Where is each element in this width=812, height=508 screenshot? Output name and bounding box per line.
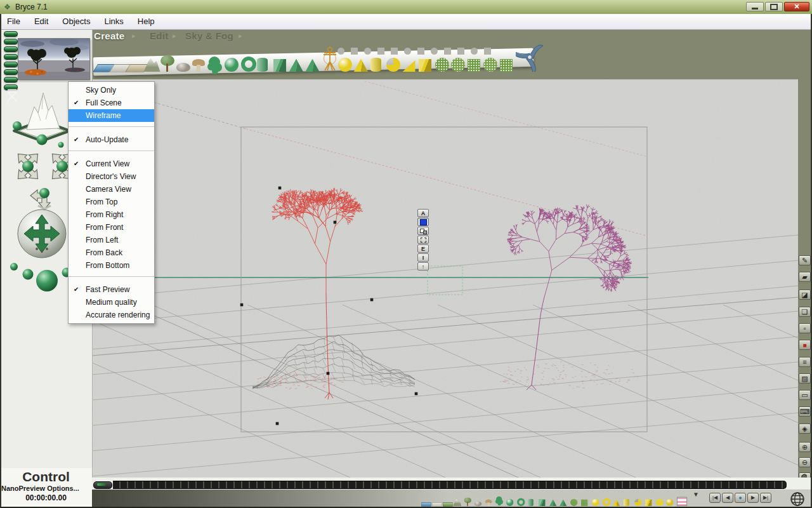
create-flat-square2d-1-icon[interactable] [351,48,358,55]
menu-item-from-top[interactable]: From Top [69,196,154,208]
create-mushroom-icon[interactable] [192,59,205,72]
bar-cube-icon[interactable] [539,500,545,506]
preview-pill[interactable] [4,77,18,83]
render-options-icon[interactable]: ≡ [799,357,811,367]
flip-canvas-icon[interactable]: ◪ [799,290,811,300]
jump-to-start-button[interactable]: |◀ [709,493,721,503]
create-cylinder-icon[interactable] [257,58,268,72]
menu-item-from-right[interactable]: From Right [69,208,154,221]
tab-edit-arrow-icon[interactable]: ▸ [173,32,176,40]
nanopreview-options-label[interactable]: NanoPreview Options... [0,485,92,492]
close-button[interactable]: ✕ [784,2,809,11]
preview-pill[interactable] [4,31,18,37]
create-vitruvian-man-icon[interactable] [322,46,338,72]
create-rock-icon[interactable] [176,63,190,72]
bar-torus-yellow-icon[interactable] [603,498,610,506]
play-button[interactable]: ▶ [747,493,759,503]
create-flat-square2d-4-icon[interactable] [391,48,398,55]
material-button[interactable] [417,218,429,226]
create-torus-icon[interactable] [241,57,256,72]
tab-sky-fog-arrow-icon[interactable]: ▸ [239,32,242,40]
globe-icon[interactable] [790,491,805,507]
bar-cube-yellow-icon[interactable] [645,500,652,506]
create-flat-square2d-8-icon[interactable] [444,48,451,55]
menu-objects[interactable]: Objects [55,14,97,26]
create-flat-square2d-6-icon[interactable] [417,48,424,55]
origin-button[interactable] [417,236,429,244]
menu-item-directors-view[interactable]: Director's View [69,170,154,183]
menu-item-fast-preview[interactable]: ✔Fast Preview [69,283,154,296]
maximize-button[interactable] [765,2,783,11]
menu-item-full-scene[interactable]: ✔Full Scene [69,97,154,109]
jump-to-end-button[interactable]: ▶| [760,493,771,503]
bar-cloud-plane-icon[interactable] [432,502,442,507]
bar-cylinder-icon[interactable] [528,499,534,506]
bar-cone-icon[interactable] [560,500,566,506]
bar-terrain-icon[interactable] [453,499,462,506]
record-button[interactable]: ● [735,493,746,503]
bar-sphere-icon[interactable] [506,499,513,506]
terrain-trackball-control[interactable] [10,88,74,149]
menu-item-wireframe[interactable]: Wireframe [69,109,154,122]
menu-help[interactable]: Help [131,14,162,26]
bar-metaballs-icon[interactable] [496,497,502,502]
create-flat-circle2d-10-icon[interactable] [471,48,478,55]
tab-create[interactable]: Create [94,30,125,41]
create-lattice-dome-icon[interactable] [451,58,465,72]
object-bar-dropdown-icon[interactable]: ▼ [693,491,699,498]
create-metaballs-icon[interactable] [209,57,220,68]
menu-item-from-front[interactable]: From Front [69,221,154,234]
preview-pill[interactable] [4,69,18,75]
bar-rock-icon[interactable] [475,502,481,506]
minimize-button[interactable] [746,2,764,11]
create-lattice-disc-icon[interactable] [435,58,449,72]
preview-pill[interactable] [4,46,18,52]
bar-sphere-yellow-icon[interactable] [592,499,599,506]
preview-pill[interactable] [4,39,18,44]
bar-water-plane-icon[interactable] [421,502,431,507]
create-cube-yellow-icon[interactable] [419,59,431,72]
menu-item-camera-view[interactable]: Camera View [69,183,154,196]
bar-pie-slice-icon[interactable] [634,499,641,506]
timeline-filmstrip[interactable] [113,481,787,489]
pencil-icon[interactable]: ✎ [799,255,811,265]
preview-pill[interactable] [4,62,18,67]
tab-sky-fog[interactable]: Sky & Fog [185,30,233,41]
menu-edit[interactable]: Edit [27,14,55,26]
create-flat-square2d-11-icon[interactable] [484,48,491,55]
create-pie-slice-icon[interactable] [386,58,400,72]
create-flat-circle2d-0-icon[interactable] [337,48,344,55]
create-sphere-icon[interactable] [225,58,239,72]
preview-pill[interactable] [4,54,18,60]
texture-icon[interactable]: ▨ [799,373,811,384]
eraser-icon[interactable]: ▰ [799,272,811,282]
info-button[interactable]: I [417,253,429,262]
bar-star-yellow-icon[interactable] [656,499,663,506]
link-button[interactable] [417,227,429,235]
step-back-button[interactable]: ◀ [722,493,733,503]
bar-ground-plane-icon[interactable] [443,502,453,507]
attributes-button[interactable]: A [417,209,429,217]
bar-disc-yellow-icon[interactable] [666,499,673,506]
create-flat-circle2d-5-icon[interactable] [404,48,411,55]
menu-item-from-back[interactable]: From Back [69,246,154,259]
menu-item-medium-quality[interactable]: Medium quality [69,296,154,309]
create-mesh-cube-icon[interactable] [500,59,513,72]
new-document-icon[interactable]: ❏ [799,307,811,317]
zoom-out-icon[interactable]: ⊖ [799,457,811,467]
wireframe-shading-icon[interactable]: ◈ [799,424,811,434]
bar-torus-icon[interactable] [517,498,525,506]
shortcuts-icon[interactable]: ⌨ [799,406,811,417]
create-flat-square2d-9-icon[interactable] [457,48,464,55]
nano-edit-icon[interactable]: ▫ [799,323,811,333]
bar-tree-icon[interactable] [464,497,471,506]
viewport-canvas[interactable] [92,79,798,478]
menu-file[interactable]: File [0,14,27,26]
create-tree-icon[interactable] [160,55,175,72]
create-cube-icon[interactable] [273,59,286,72]
create-flat-square2d-3-icon[interactable] [377,48,384,55]
create-flat-circle2d-7-icon[interactable] [431,48,438,55]
menu-item-current-view[interactable]: ✔Current View [69,157,154,170]
create-cylinder-yellow-icon[interactable] [370,58,381,72]
bar-cone-yellow-icon[interactable] [613,500,620,506]
